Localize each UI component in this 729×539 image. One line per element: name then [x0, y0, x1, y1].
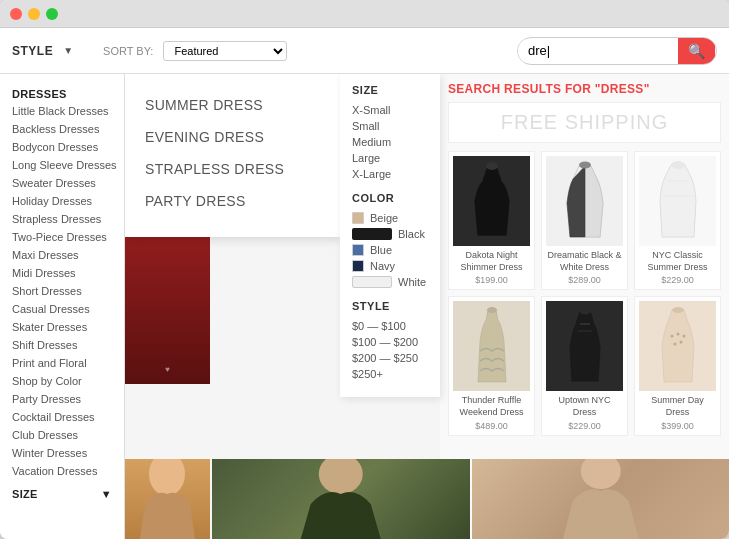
- product-card-1[interactable]: Dakota Night Shimmer Dress $199.00: [448, 151, 535, 290]
- product-image-5: [565, 306, 605, 386]
- sidebar-item-midi[interactable]: Midi Dresses: [0, 264, 124, 282]
- product-name-6: Summer Day Dress: [639, 395, 716, 418]
- sort-select[interactable]: Featured Price: Low to High Price: High …: [163, 41, 287, 61]
- sidebar-item-club[interactable]: Club Dresses: [0, 426, 124, 444]
- navy-swatch: [352, 260, 364, 272]
- topbar: STYLE ▼ SORT BY: Featured Price: Low to …: [0, 28, 729, 74]
- price-250-plus[interactable]: $250+: [352, 366, 428, 382]
- sidebar-item-strapless[interactable]: Strapless Dresses: [0, 210, 124, 228]
- size-arrow[interactable]: ▼: [101, 488, 112, 500]
- product-card-4[interactable]: Thunder Ruffle Weekend Dress $489.00: [448, 296, 535, 435]
- sidebar-item-party[interactable]: Party Dresses: [0, 390, 124, 408]
- size-small[interactable]: Small: [352, 118, 428, 134]
- white-color-bar: [352, 276, 392, 288]
- product-price-2: $289.00: [546, 275, 623, 285]
- sidebar-item-holiday[interactable]: Holiday Dresses: [0, 192, 124, 210]
- sidebar-size-section: SIZE ▼: [0, 480, 124, 504]
- product-image-4: [472, 306, 512, 386]
- svg-point-17: [580, 459, 620, 489]
- dress-dropdown-panel: SUMMER DRESS EVENING DRESS STRAPLESS DRE…: [125, 74, 340, 237]
- size-xsmall[interactable]: X-Small: [352, 102, 428, 118]
- fullscreen-button[interactable]: [46, 8, 58, 20]
- sidebar-item-winter[interactable]: Winter Dresses: [0, 444, 124, 462]
- style-label: STYLE: [12, 44, 53, 58]
- close-button[interactable]: [10, 8, 22, 20]
- sidebar-item-cocktail[interactable]: Cocktail Dresses: [0, 408, 124, 426]
- svg-point-9: [672, 307, 684, 313]
- sidebar-item-casual[interactable]: Casual Dresses: [0, 300, 124, 318]
- sidebar-item-print[interactable]: Print and Floral: [0, 354, 124, 372]
- dropdown-evening-dress[interactable]: EVENING DRESS: [125, 121, 340, 153]
- color-filter-title: COLOR: [352, 192, 428, 204]
- sidebar-item-shift[interactable]: Shift Dresses: [0, 336, 124, 354]
- color-black-label: Black: [398, 228, 425, 240]
- sidebar-item-short[interactable]: Short Dresses: [0, 282, 124, 300]
- blue-swatch: [352, 244, 364, 256]
- sidebar-item-backless[interactable]: Backless Dresses: [0, 120, 124, 138]
- sidebar-item-maxi[interactable]: Maxi Dresses: [0, 246, 124, 264]
- product-name-2: Dreamatic Black & White Dress: [546, 250, 623, 273]
- size-medium[interactable]: Medium: [352, 134, 428, 150]
- svg-point-5: [487, 307, 497, 313]
- sidebar-item-skater[interactable]: Skater Dresses: [0, 318, 124, 336]
- model-silhouette-1: [125, 459, 210, 539]
- results-header: SEARCH RESULTS FOR "DRESS": [448, 82, 721, 96]
- sidebar-item-two-piece[interactable]: Two-Piece Dresses: [0, 228, 124, 246]
- color-blue-label: Blue: [370, 244, 392, 256]
- model-photo-1: [125, 459, 210, 539]
- product-image-2: [565, 161, 605, 241]
- dropdown-party-dress[interactable]: PARTY DRESS: [125, 185, 340, 217]
- style-dropdown-arrow[interactable]: ▼: [63, 45, 73, 56]
- model-silhouette-2: [212, 459, 470, 539]
- main-content: DRESSES Little Black Dresses Backless Dr…: [0, 74, 729, 539]
- sidebar-item-bodycon[interactable]: Bodycon Dresses: [0, 138, 124, 156]
- price-100-200[interactable]: $100 — $200: [352, 334, 428, 350]
- sidebar-item-shop-color[interactable]: Shop by Color: [0, 372, 124, 390]
- product-image-6: [658, 306, 698, 386]
- sidebar-item-vacation[interactable]: Vacation Dresses: [0, 462, 124, 480]
- sidebar-item-sweater[interactable]: Sweater Dresses: [0, 174, 124, 192]
- filters-panel: SIZE X-Small Small Medium Large X-Large …: [340, 74, 440, 397]
- color-navy[interactable]: Navy: [352, 258, 428, 274]
- photo-strip: [125, 459, 729, 539]
- dropdown-summer-dress[interactable]: SUMMER DRESS: [125, 89, 340, 121]
- product-card-5[interactable]: Uptown NYC Dress $229.00: [541, 296, 628, 435]
- product-price-1: $199.00: [453, 275, 530, 285]
- svg-point-15: [149, 459, 185, 496]
- svg-point-6: [579, 308, 591, 315]
- color-blue[interactable]: Blue: [352, 242, 428, 258]
- product-price-4: $489.00: [453, 421, 530, 431]
- svg-point-0: [486, 162, 498, 170]
- size-large[interactable]: Large: [352, 150, 428, 166]
- sidebar-section-title: DRESSES: [0, 84, 124, 102]
- model-photo-3: [472, 459, 730, 539]
- price-0-100[interactable]: $0 — $100: [352, 318, 428, 334]
- color-white[interactable]: White: [352, 274, 428, 290]
- product-image-3: [658, 161, 698, 241]
- search-input[interactable]: [518, 39, 678, 62]
- product-card-2[interactable]: Dreamatic Black & White Dress $289.00: [541, 151, 628, 290]
- dropdown-strapless-dress[interactable]: STRAPLESS DRESS: [125, 153, 340, 185]
- price-200-250[interactable]: $200 — $250: [352, 350, 428, 366]
- sidebar-item-long-sleeve[interactable]: Long Sleeve Dresses: [0, 156, 124, 174]
- minimize-button[interactable]: [28, 8, 40, 20]
- black-color-bar: [352, 228, 392, 240]
- search-button[interactable]: 🔍: [678, 38, 715, 64]
- color-black[interactable]: Black: [352, 226, 428, 242]
- svg-point-16: [319, 459, 363, 494]
- product-price-6: $399.00: [639, 421, 716, 431]
- color-beige[interactable]: Beige: [352, 210, 428, 226]
- color-beige-label: Beige: [370, 212, 398, 224]
- sidebar-item-little-black[interactable]: Little Black Dresses: [0, 102, 124, 120]
- style-filter-title: STYLE: [352, 300, 428, 312]
- product-name-5: Uptown NYC Dress: [546, 395, 623, 418]
- svg-point-1: [579, 162, 591, 169]
- size-xlarge[interactable]: X-Large: [352, 166, 428, 182]
- beige-swatch: [352, 212, 364, 224]
- app-window: STYLE ▼ SORT BY: Featured Price: Low to …: [0, 0, 729, 539]
- product-card-6[interactable]: Summer Day Dress $399.00: [634, 296, 721, 435]
- products-row-1: Dakota Night Shimmer Dress $199.00: [448, 151, 721, 290]
- product-price-3: $229.00: [639, 275, 716, 285]
- product-name-4: Thunder Ruffle Weekend Dress: [453, 395, 530, 418]
- product-card-3[interactable]: NYC Classic Summer Dress $229.00: [634, 151, 721, 290]
